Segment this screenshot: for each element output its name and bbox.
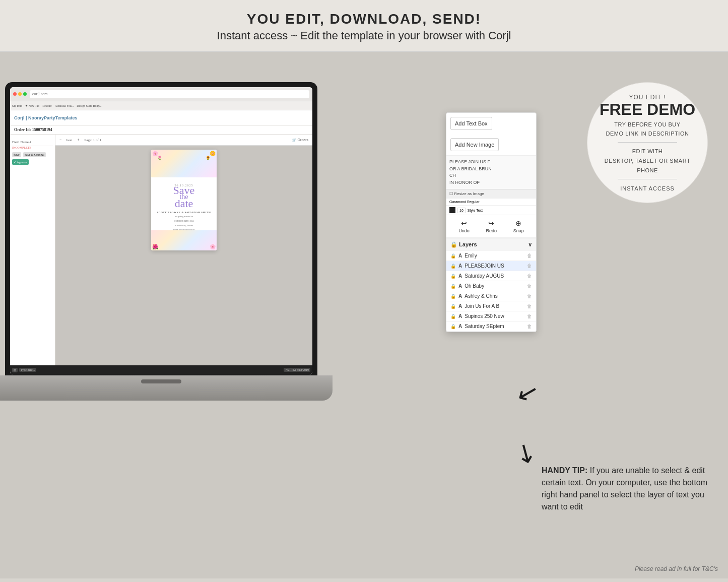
card-location: in Melbourne, Victoria (175, 224, 193, 227)
minimize-dot[interactable] (18, 92, 22, 96)
trash-icon-1[interactable]: 🗑 (527, 263, 532, 269)
page-indicator: Page: 1 of 1 (84, 138, 101, 142)
trash-icon-6[interactable]: 🗑 (527, 313, 532, 319)
corjl-body: Field Name 4 INCOMPLETE Save Save & Orig… (10, 135, 312, 365)
layer-item-7[interactable]: 🔒 A Saturday SEptem 🗑 (446, 321, 536, 332)
undo-redo-row: ↩ Undo ↪ Redo ⊕ Snap (446, 215, 536, 237)
snap-label: Snap (513, 228, 524, 233)
card-date2: date (175, 198, 193, 209)
corjl-editor: Corjl | NoorayPartyTemplates Order Id: 1… (10, 110, 312, 374)
layer-item-3[interactable]: 🔒 A Oh Baby 🗑 (446, 281, 536, 291)
snap-btn[interactable]: ⊕ Snap (513, 219, 524, 233)
arrow-to-layers: ↙ (514, 376, 542, 410)
lock-icon-2: 🔒 (450, 274, 456, 279)
corjl-right-panel: Add Text Box Add New Image PLEASE JOIN U… (446, 112, 537, 332)
undo-icon: ↩ (461, 219, 467, 227)
layer-a-icon-2: A (458, 273, 462, 279)
font-selector: Garamond Regular (449, 200, 480, 204)
lock-icon-5: 🔒 (450, 304, 456, 309)
zoom-level: best (67, 138, 72, 142)
bookmark-2[interactable]: ✦ New Tab (25, 104, 39, 107)
layer-a-icon-3: A (458, 283, 462, 289)
zoom-in-btn[interactable]: + (76, 138, 80, 142)
arrow-to-tip: ↙ (509, 435, 542, 471)
layers-header[interactable]: 🔒 Layers ∨ (446, 238, 536, 251)
main-content: corjl.com My Hub ✦ New Tab Restore Austr… (0, 52, 728, 578)
taskbar-item-2[interactable]: Type here... (19, 368, 36, 372)
redo-btn[interactable]: ↪ Redo (486, 219, 497, 233)
url-text: corjl.com (32, 92, 47, 96)
lock-icon-4: 🔒 (450, 294, 456, 299)
sidebar-action-1[interactable]: Save (12, 152, 21, 157)
fd-divider-2 (618, 179, 678, 179)
layer-a-icon-7: A (458, 324, 462, 329)
corjl-sidebar: Field Name 4 INCOMPLETE Save Save & Orig… (10, 135, 55, 365)
corjl-canvas-main: − best + Page: 1 of 1 🛒 Orders (55, 135, 312, 365)
banner-subline: Instant access ~ Edit the template in yo… (0, 29, 728, 42)
canvas-bg: 🌸 🌼 🌷 🌻 26.10.2025 Save the date (55, 146, 312, 365)
sidebar-action-2[interactable]: Save & Original (23, 152, 46, 157)
save-the-date-card: 🌸 🌼 🌷 🌻 26.10.2025 Save the date (151, 150, 217, 250)
corjl-toolbar: − best + Page: 1 of 1 🛒 Orders (55, 135, 312, 146)
layer-name-2: Saturday AUGUS (465, 273, 524, 279)
bookmark-1[interactable]: My Hub (12, 104, 22, 107)
redo-icon: ↪ (488, 219, 494, 227)
maximize-dot[interactable] (23, 92, 27, 96)
trash-icon-4[interactable]: 🗑 (527, 293, 532, 299)
layer-a-icon-4: A (458, 293, 462, 299)
trash-icon-3[interactable]: 🗑 (527, 283, 532, 289)
layer-name-1: PLEASEJOIN US (465, 263, 524, 269)
trash-icon-0[interactable]: 🗑 (527, 253, 532, 258)
trash-icon-5[interactable]: 🗑 (527, 303, 532, 309)
layer-item-4[interactable]: 🔒 A Ashley & Chris 🗑 (446, 291, 536, 301)
bookmark-4[interactable]: Australia You... (55, 104, 74, 107)
browser-chrome: corjl.com (10, 87, 312, 101)
layer-item-5[interactable]: 🔒 A Join Us For A B 🗑 (446, 301, 536, 311)
trash-icon-7[interactable]: 🗑 (527, 324, 532, 329)
taskbar-item-1[interactable]: ⊞ (12, 368, 18, 372)
font-size-field[interactable]: 16 (457, 208, 466, 213)
layer-name-0: Emily (465, 253, 524, 258)
bookmark-3[interactable]: Restore (42, 104, 51, 107)
lock-icon-1: 🔒 (450, 264, 456, 269)
layer-item-0[interactable]: 🔒 A Emily 🗑 (446, 251, 536, 261)
redo-label: Redo (486, 228, 497, 233)
handy-tip-container: HANDY TIP: If you are unable to select &… (542, 465, 713, 513)
lock-icon-7: 🔒 (450, 324, 456, 329)
layer-name-7: Saturday SEptem (465, 324, 524, 329)
layer-item-1[interactable]: 🔒 A PLEASEJOIN US 🗑 (446, 261, 536, 271)
undo-btn[interactable]: ↩ Undo (458, 219, 470, 233)
add-text-box-btn[interactable]: Add Text Box (450, 117, 492, 130)
layer-a-icon-1: A (458, 263, 462, 269)
undo-label: Undo (458, 228, 470, 233)
layer-name-5: Join Us For A B (465, 303, 524, 309)
add-new-image-btn[interactable]: Add New Image (450, 138, 499, 151)
layer-item-2[interactable]: 🔒 A Saturday AUGUS 🗑 (446, 271, 536, 281)
card-event-date: OCTOBER 04TH, 2024 (174, 220, 194, 223)
layer-name-3: Oh Baby (465, 283, 524, 289)
order-bar: Order Id: 1500758194 (10, 125, 312, 135)
font-options-row: Garamond Regular (446, 198, 536, 205)
lock-icon-3: 🔒 (450, 284, 456, 289)
bookmarks-bar: My Hub ✦ New Tab Restore Australia You..… (10, 101, 312, 110)
sidebar-action-3[interactable]: ✓ Approve (12, 159, 29, 165)
url-bar[interactable]: corjl.com (30, 90, 309, 98)
orders-btn[interactable]: 🛒 Orders (291, 138, 309, 143)
layers-label: 🔒 Layers (450, 241, 477, 248)
close-dot[interactable] (13, 92, 17, 96)
floral-bottom (151, 230, 217, 250)
trash-icon-2[interactable]: 🗑 (527, 273, 532, 279)
bookmark-5[interactable]: Design Suite Body... (77, 104, 101, 107)
flower-6: 🌸 (210, 244, 216, 249)
fd-free-demo-title: FREE DEMO (600, 101, 695, 118)
resize-as-image-row: ☐ Resize as Image (446, 189, 536, 198)
corjl-logo: Corjl | NoorayPartyTemplates (14, 115, 77, 120)
zoom-out-btn[interactable]: − (58, 138, 62, 142)
layer-item-6[interactable]: 🔒 A Supinos 250 New 🗑 (446, 311, 536, 321)
handy-tip-label: HANDY TIP: (542, 466, 587, 475)
layer-name-6: Supinos 250 New (465, 313, 524, 319)
lock-icon-6: 🔒 (450, 314, 456, 319)
fd-you-edit-label: YOU EDIT ! (629, 94, 666, 101)
lock-icon-0: 🔒 (450, 253, 456, 258)
text-editor-content: PLEASE JOIN US FOR A BRIDAL BRUNCHIN HON… (449, 159, 533, 186)
